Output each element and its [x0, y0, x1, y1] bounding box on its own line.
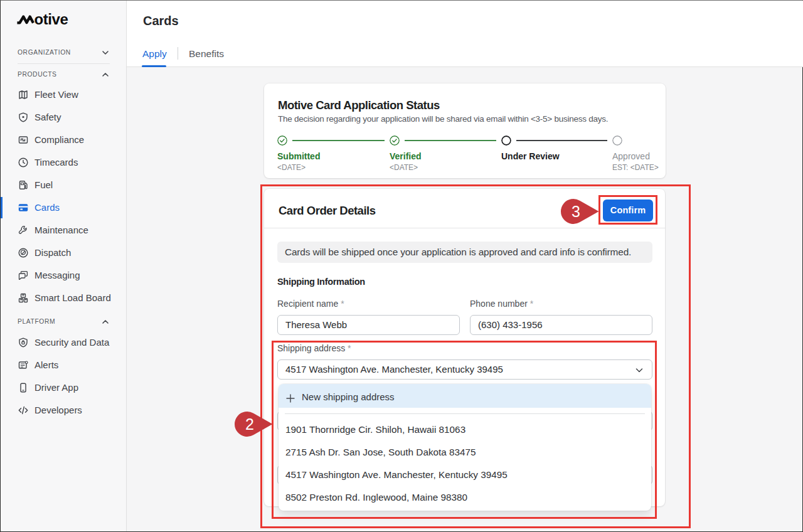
svg-text:otive: otive: [35, 13, 68, 26]
svg-text:3: 3: [572, 203, 580, 220]
svg-text:2: 2: [245, 415, 254, 433]
